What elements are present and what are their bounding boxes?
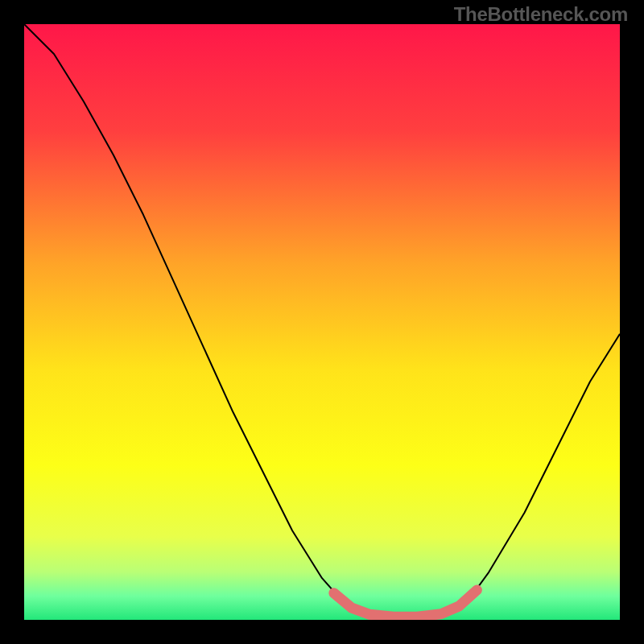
watermark-text: TheBottleneck.com bbox=[454, 3, 628, 26]
bottleneck-chart bbox=[24, 24, 620, 620]
plot-area bbox=[24, 24, 620, 620]
chart-frame: TheBottleneck.com bbox=[0, 0, 644, 644]
gradient-background bbox=[24, 24, 620, 620]
